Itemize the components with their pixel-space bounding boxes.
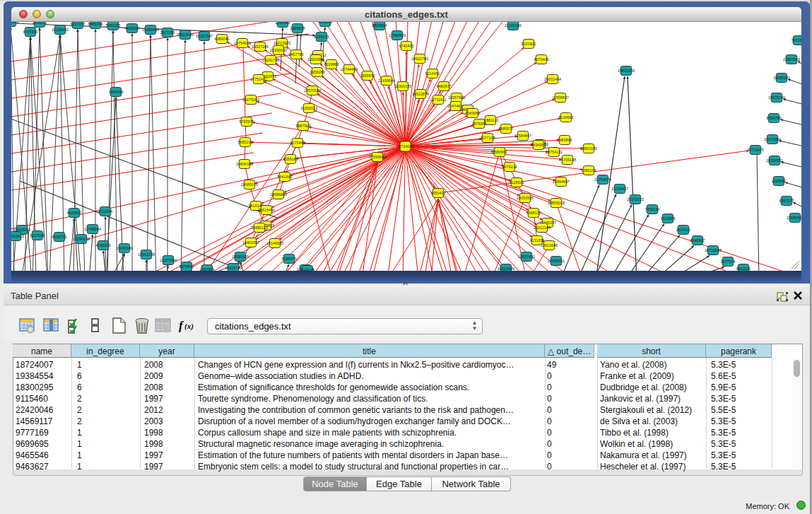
svg-text:7671884: 7671884 bbox=[792, 38, 802, 42]
svg-text:8685577: 8685577 bbox=[499, 127, 514, 131]
svg-text:5641643: 5641643 bbox=[278, 175, 293, 179]
svg-text:(x): (x) bbox=[184, 322, 194, 331]
svg-text:1890399: 1890399 bbox=[109, 90, 124, 94]
svg-text:12541238: 12541238 bbox=[138, 252, 155, 257]
svg-text:1218062: 1218062 bbox=[772, 179, 787, 183]
svg-text:21200396: 21200396 bbox=[505, 23, 522, 28]
svg-text:6217026: 6217026 bbox=[30, 233, 45, 238]
svg-text:10057945: 10057945 bbox=[448, 95, 465, 100]
svg-text:19285201: 19285201 bbox=[773, 76, 790, 80]
svg-text:19299464: 19299464 bbox=[142, 28, 159, 32]
svg-text:19563180: 19563180 bbox=[580, 146, 597, 151]
svg-text:3131636: 3131636 bbox=[530, 238, 545, 243]
svg-text:9887903: 9887903 bbox=[296, 124, 311, 128]
svg-text:f: f bbox=[179, 319, 184, 332]
svg-text:1385239: 1385239 bbox=[582, 168, 596, 173]
svg-text:20994697: 20994697 bbox=[553, 180, 570, 184]
svg-text:21754078: 21754078 bbox=[594, 177, 611, 182]
svg-text:4143890: 4143890 bbox=[318, 22, 333, 24]
svg-text:13045349: 13045349 bbox=[116, 246, 133, 250]
svg-text:10710248: 10710248 bbox=[705, 248, 722, 252]
svg-text:9214491: 9214491 bbox=[425, 71, 440, 76]
svg-text:13134457: 13134457 bbox=[611, 187, 628, 191]
svg-text:22806503: 22806503 bbox=[783, 57, 800, 62]
svg-text:6457765: 6457765 bbox=[289, 52, 304, 57]
svg-text:2066449: 2066449 bbox=[276, 22, 290, 25]
svg-text:13910648: 13910648 bbox=[541, 243, 558, 247]
svg-text:9217207: 9217207 bbox=[71, 22, 86, 26]
svg-text:8336273: 8336273 bbox=[314, 35, 329, 39]
svg-text:20031404: 20031404 bbox=[544, 77, 561, 81]
svg-text:4050413: 4050413 bbox=[431, 191, 446, 195]
svg-text:11558837: 11558837 bbox=[552, 95, 569, 100]
svg-text:6368105: 6368105 bbox=[526, 211, 541, 215]
svg-text:16705148: 16705148 bbox=[559, 158, 576, 162]
svg-text:8396759: 8396759 bbox=[767, 116, 782, 120]
svg-text:5793975: 5793975 bbox=[240, 119, 254, 124]
svg-text:3677374: 3677374 bbox=[721, 259, 736, 264]
svg-text:20813640: 20813640 bbox=[177, 33, 194, 37]
svg-text:8806804: 8806804 bbox=[372, 23, 387, 28]
svg-text:20372723: 20372723 bbox=[627, 197, 644, 201]
svg-text:18724007: 18724007 bbox=[397, 144, 414, 148]
svg-text:16072954: 16072954 bbox=[764, 137, 781, 141]
svg-text:16510878: 16510878 bbox=[412, 92, 429, 96]
svg-text:10327246: 10327246 bbox=[252, 45, 269, 49]
svg-text:9875847: 9875847 bbox=[180, 264, 194, 269]
svg-text:14401657: 14401657 bbox=[242, 240, 259, 245]
svg-text:10228452: 10228452 bbox=[52, 28, 69, 32]
svg-text:10323815: 10323815 bbox=[11, 234, 24, 238]
svg-text:9436057: 9436057 bbox=[531, 143, 546, 147]
svg-text:13146585: 13146585 bbox=[266, 241, 283, 245]
svg-text:8489709: 8489709 bbox=[88, 22, 103, 26]
svg-text:8369062: 8369062 bbox=[466, 111, 481, 115]
svg-text:22093651: 22093651 bbox=[548, 259, 565, 263]
svg-text:22053595: 22053595 bbox=[517, 196, 534, 200]
svg-text:6482877: 6482877 bbox=[437, 84, 452, 88]
svg-text:9983893: 9983893 bbox=[558, 138, 572, 142]
svg-text:17751421: 17751421 bbox=[250, 77, 267, 81]
svg-text:15157347: 15157347 bbox=[196, 34, 213, 38]
svg-text:8134562: 8134562 bbox=[559, 115, 574, 119]
svg-text:22455603: 22455603 bbox=[11, 22, 19, 24]
svg-text:2077105: 2077105 bbox=[481, 136, 495, 140]
svg-text:15076749: 15076749 bbox=[768, 95, 785, 100]
svg-text:22330030: 22330030 bbox=[270, 48, 287, 52]
svg-text:7452134: 7452134 bbox=[645, 207, 660, 211]
svg-text:6742460: 6742460 bbox=[399, 44, 414, 48]
svg-text:11584847: 11584847 bbox=[514, 134, 531, 138]
svg-text:20772475: 20772475 bbox=[747, 148, 764, 152]
svg-text:6128503: 6128503 bbox=[510, 180, 524, 185]
svg-text:4245263: 4245263 bbox=[96, 243, 111, 247]
svg-text:15180586: 15180586 bbox=[787, 216, 801, 220]
svg-text:21257684: 21257684 bbox=[160, 258, 177, 262]
svg-text:18096865: 18096865 bbox=[270, 192, 287, 197]
svg-text:17559643: 17559643 bbox=[369, 155, 386, 159]
svg-text:12920906: 12920906 bbox=[307, 57, 324, 62]
svg-text:9275445: 9275445 bbox=[290, 141, 305, 145]
svg-text:1839221: 1839221 bbox=[33, 22, 47, 25]
svg-text:20580115: 20580115 bbox=[251, 226, 268, 230]
svg-text:4439167: 4439167 bbox=[125, 26, 140, 30]
svg-text:22744459: 22744459 bbox=[341, 67, 358, 71]
svg-text:18922760: 18922760 bbox=[411, 57, 428, 61]
svg-text:3395870: 3395870 bbox=[360, 74, 375, 78]
svg-text:22570529: 22570529 bbox=[304, 88, 321, 93]
svg-text:8224730: 8224730 bbox=[52, 235, 67, 239]
svg-text:13748244: 13748244 bbox=[84, 227, 101, 231]
svg-text:2876966: 2876966 bbox=[472, 122, 487, 126]
svg-text:3220921: 3220921 bbox=[522, 42, 536, 46]
svg-text:12294238: 12294238 bbox=[73, 237, 90, 241]
svg-text:22306335: 22306335 bbox=[394, 84, 411, 88]
svg-text:4389045: 4389045 bbox=[215, 37, 230, 41]
svg-text:17956909: 17956909 bbox=[389, 33, 406, 37]
svg-text:8079409: 8079409 bbox=[534, 57, 549, 62]
svg-text:2580963: 2580963 bbox=[493, 150, 507, 154]
svg-text:2537611: 2537611 bbox=[676, 228, 691, 232]
svg-text:16213925: 16213925 bbox=[273, 41, 290, 45]
svg-text:14275203: 14275203 bbox=[242, 98, 259, 102]
svg-text:19836388: 19836388 bbox=[236, 162, 253, 166]
svg-text:4112034: 4112034 bbox=[98, 209, 113, 214]
svg-text:5685216: 5685216 bbox=[238, 140, 253, 144]
svg-text:5188470: 5188470 bbox=[282, 257, 297, 261]
